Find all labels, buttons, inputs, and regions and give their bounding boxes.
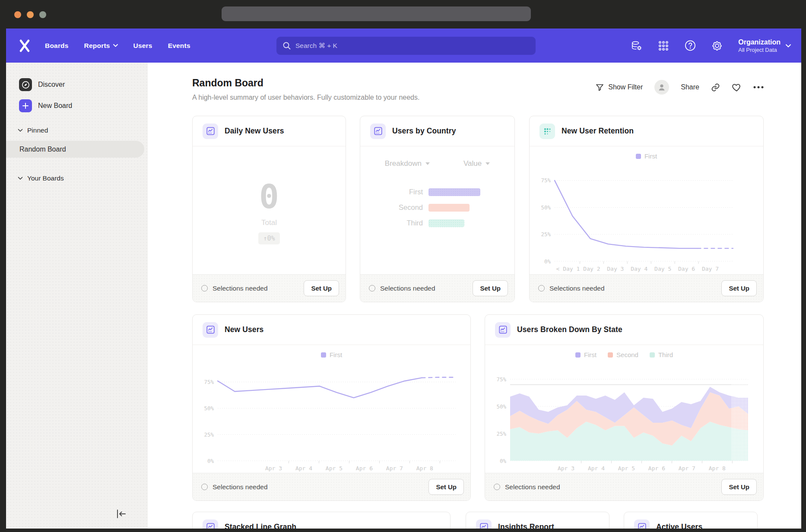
sidebar-section-label: Your Boards: [27, 174, 64, 182]
window-close-button[interactable]: [14, 11, 21, 18]
card-title: New User Retention: [562, 127, 634, 136]
page-title: Random Board: [192, 77, 263, 89]
setup-button[interactable]: Set Up: [721, 479, 757, 495]
y-axis-tick-label: 75%: [496, 376, 506, 383]
status-circle-icon: [201, 285, 208, 291]
setup-button[interactable]: Set Up: [304, 280, 339, 296]
legend-label: First: [330, 351, 342, 358]
help-icon[interactable]: [685, 40, 696, 51]
sidebar-item-label: Discover: [38, 81, 65, 89]
apps-grid-icon[interactable]: [658, 40, 669, 51]
sidebar-item-discover[interactable]: Discover: [19, 78, 65, 91]
setup-button[interactable]: Set Up: [473, 280, 508, 296]
card-body: First 75%50%25%0%< Day 1Day 2Day 3Day 4D…: [530, 146, 763, 274]
favorite-button[interactable]: [732, 83, 742, 92]
window-minimize-button[interactable]: [27, 11, 34, 18]
nav-item-events[interactable]: Events: [168, 42, 190, 50]
search-input[interactable]: [276, 37, 536, 55]
chevron-down-icon: [786, 44, 791, 48]
card-title: Stacked Line Graph: [225, 522, 296, 529]
nav-links: Boards Reports Users Events: [45, 42, 190, 50]
sidebar-item-random-board[interactable]: Random Board: [6, 141, 144, 158]
sidebar-section-label: Pinned: [27, 127, 48, 134]
card-body: 0 Total ↑0%: [193, 146, 346, 274]
more-options-button[interactable]: [753, 86, 764, 89]
board-main-area: Random Board A high-level summary of use…: [148, 63, 801, 529]
bar-third: [428, 219, 464, 227]
x-axis-tick-label: Apr 7: [679, 465, 695, 472]
top-navbar: Boards Reports Users Events: [6, 28, 801, 63]
nav-item-reports[interactable]: Reports: [84, 42, 118, 50]
show-filter-button[interactable]: Show Filter: [596, 83, 643, 92]
x-axis-tick-label: Day 6: [678, 266, 695, 272]
setup-button[interactable]: Set Up: [428, 479, 464, 495]
sidebar-item-new-board[interactable]: New Board: [19, 99, 72, 112]
navbar-right-actions: Organization All Project Data: [631, 28, 791, 63]
org-switcher[interactable]: Organization All Project Data: [738, 38, 791, 53]
settings-gear-icon[interactable]: [711, 40, 723, 51]
traffic-lights: [14, 11, 46, 18]
legend-item: Second: [608, 351, 638, 358]
insights-chart-icon: [495, 322, 511, 338]
chevron-down-icon: [18, 177, 23, 180]
x-axis-tick-label: Apr 6: [356, 465, 373, 472]
legend-label: First: [584, 351, 597, 358]
status-text: Selections needed: [549, 285, 605, 292]
y-axis-tick-label: 75%: [204, 379, 214, 385]
y-axis-tick-label: 25%: [204, 431, 214, 438]
x-axis-tick-label: Day 2: [583, 266, 600, 272]
copy-link-button[interactable]: [711, 83, 720, 92]
x-axis-tick-label: Apr 8: [416, 465, 433, 472]
data-management-icon[interactable]: [631, 40, 642, 51]
y-axis-tick-label: 0%: [207, 458, 214, 464]
card-footer: Selections needed Set Up: [530, 274, 763, 302]
legend-swatch: [575, 352, 581, 358]
card-title: Users Broken Down By State: [517, 325, 622, 334]
retention-grid-icon: [539, 124, 555, 139]
nav-item-label: Boards: [45, 42, 69, 50]
sidebar-item-label: Random Board: [19, 146, 66, 153]
y-axis-tick-label: 50%: [496, 403, 506, 410]
value-dropdown[interactable]: Value: [463, 159, 490, 168]
x-axis-tick-label: < Day 1: [556, 266, 580, 272]
window-zoom-button[interactable]: [39, 11, 46, 18]
chevron-down-icon: [425, 162, 430, 165]
legend-item: First: [321, 351, 342, 358]
legend-swatch: [608, 352, 613, 358]
x-axis-tick-label: Apr 5: [326, 465, 343, 472]
bar-row: First: [360, 188, 514, 196]
card-title: Insights Report: [498, 522, 554, 529]
breakdown-dropdown[interactable]: Breakdown: [385, 159, 430, 168]
nav-item-label: Events: [168, 42, 190, 50]
card-header: Stacked Line Graph: [193, 512, 450, 529]
app-window: Boards Reports Users Events: [6, 28, 801, 529]
mixpanel-logo-icon[interactable]: [17, 38, 32, 53]
browser-address-bar[interactable]: [222, 6, 531, 21]
status-text: Selections needed: [213, 285, 268, 292]
x-axis-tick-label: Apr 5: [618, 465, 635, 472]
chart-legend: First: [193, 351, 470, 358]
card-title: Users by Country: [392, 127, 456, 136]
sidebar-collapse-icon[interactable]: [115, 509, 127, 519]
legend-swatch: [650, 352, 655, 358]
nav-item-users[interactable]: Users: [133, 42, 152, 50]
avatar[interactable]: [654, 80, 669, 95]
setup-button[interactable]: Set Up: [721, 280, 757, 296]
show-filter-label: Show Filter: [608, 83, 643, 91]
share-button[interactable]: Share: [681, 83, 699, 91]
plus-icon: [19, 99, 32, 112]
sidebar-section-your-boards[interactable]: Your Boards: [18, 174, 64, 182]
bar-label: Second: [360, 203, 423, 212]
status-text: Selections needed: [213, 483, 268, 491]
dropdown-label: Breakdown: [385, 159, 422, 168]
x-axis-tick-label: Day 3: [607, 266, 624, 272]
preview-bar-list: First Second Third: [360, 188, 514, 227]
nav-item-boards[interactable]: Boards: [45, 42, 69, 50]
card-header: Users by Country: [360, 116, 514, 146]
x-axis-tick-label: Apr 3: [265, 465, 282, 472]
dropdown-label: Value: [463, 159, 482, 168]
y-axis-tick-label: 25%: [541, 231, 551, 238]
card-stacked-line-graph: Stacked Line Graph: [192, 512, 451, 529]
status-circle-icon: [494, 484, 500, 490]
sidebar-section-pinned[interactable]: Pinned: [18, 127, 48, 134]
